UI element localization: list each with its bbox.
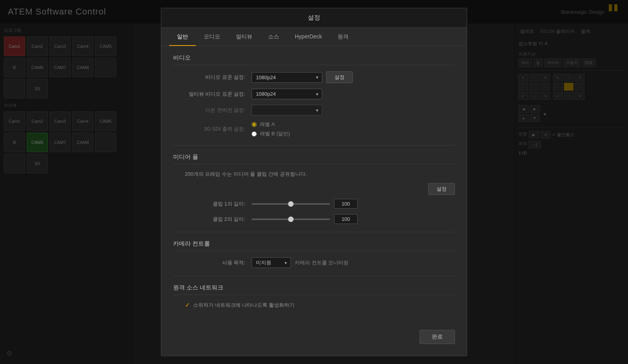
media-pool-section-title: 미디어 풀 (173, 153, 455, 164)
sep-camera-remote (173, 276, 455, 276)
sep-media-camera (173, 232, 455, 232)
remote-checkbox-row: ✓ 스위처가 네트워크에 나타나도록 활성화하기 (185, 301, 455, 309)
tab-general[interactable]: 일반 (169, 28, 196, 46)
camera-purpose-label: 사용 목적: (173, 259, 252, 266)
clip2-label: 클립 2의 길이: (173, 216, 252, 223)
sdi-output-controls: 레벨 A 레벨 B (일반) (252, 121, 290, 137)
remote-checkbox-text: 스위처가 네트워크에 나타나도록 활성화하기 (193, 302, 294, 309)
sdi-level-a-label[interactable]: 레벨 A (252, 121, 290, 128)
clip1-slider[interactable] (252, 203, 330, 205)
tab-remote[interactable]: 원격 (330, 28, 356, 46)
modal-footer: 완료 (161, 322, 467, 356)
video-standard-row: 비디오 표준 설정: 1080p24 1080p25 1080p30 ▼ 설정 (173, 71, 455, 83)
down-convert-select-wrap: ▼ (252, 105, 322, 115)
complete-button[interactable]: 완료 (420, 330, 455, 344)
clip1-value: 100 (334, 199, 358, 209)
tab-audio[interactable]: 오디오 (196, 28, 228, 46)
sdi-radio-group: 레벨 A 레벨 B (일반) (252, 121, 290, 137)
sdi-level-b-radio[interactable] (252, 131, 257, 136)
sdi-level-a-radio[interactable] (252, 122, 257, 127)
sep-video-media (173, 145, 455, 146)
down-convert-select[interactable] (252, 105, 322, 115)
settings-modal: 설정 일반 오디오 멀티뷰 소스 HyperDeck 원격 비디오 (161, 8, 467, 356)
camera-control-title: 카메라 컨트롤 (173, 240, 455, 251)
multiview-standard-row: 멀티뷰 비디오 표준 설정: 1080p24 1080p25 ▼ (173, 89, 455, 99)
checkbox-check-icon: ✓ (185, 301, 190, 309)
sdi-output-label: 3G SDI 출력 설정: (173, 126, 252, 133)
multiview-standard-label: 멀티뷰 비디오 표준 설정: (173, 91, 252, 98)
multiview-standard-controls: 1080p24 1080p25 ▼ (252, 89, 322, 99)
media-pool-info: 200개의 프레임 수는 미디어 풀 클립 간에 공유됩니다. (185, 171, 455, 178)
tab-multiview[interactable]: 멀티뷰 (228, 28, 260, 46)
remote-source-title: 원격 소스 네트워크 (173, 284, 455, 295)
tab-hyperdeck[interactable]: HyperDeck (287, 28, 330, 46)
clip2-row: 클립 2의 길이: 100 (173, 214, 455, 224)
multiview-standard-select-wrap: 1080p24 1080p25 ▼ (252, 89, 322, 99)
clip2-slider[interactable] (252, 218, 330, 220)
sdi-level-b-label[interactable]: 레벨 B (일반) (252, 130, 290, 137)
modal-overlay: 설정 일반 오디오 멀티뷰 소스 HyperDeck 원격 비디오 (0, 0, 628, 364)
multiview-standard-select[interactable]: 1080p24 1080p25 (252, 89, 322, 99)
camera-monitoring-text: 카메라 컨트롤 모니터링 (295, 259, 349, 266)
modal-title: 설정 (161, 8, 467, 28)
camera-purpose-controls: 미지원 지원 ▼ 카메라 컨트롤 모니터링 (252, 257, 349, 268)
clip1-label: 클립 1의 길이: (173, 200, 252, 207)
video-settings-btn[interactable]: 설정 (326, 71, 353, 83)
clip2-value: 100 (334, 214, 358, 224)
sdi-output-row: 3G SDI 출력 설정: 레벨 A 레벨 B (일반) (173, 121, 455, 137)
clip1-row: 클립 1의 길이: 100 (173, 199, 455, 209)
media-pool-settings-btn[interactable]: 설정 (428, 183, 455, 195)
modal-tabs: 일반 오디오 멀티뷰 소스 HyperDeck 원격 (161, 28, 467, 46)
video-standard-select-wrap: 1080p24 1080p25 1080p30 ▼ (252, 72, 322, 83)
down-convert-row: 다운 컨버전 설정: ▼ (173, 105, 455, 115)
video-standard-label: 비디오 표준 설정: (173, 74, 252, 81)
camera-purpose-select-wrap: 미지원 지원 ▼ (252, 257, 291, 268)
video-standard-controls: 1080p24 1080p25 1080p30 ▼ 설정 (252, 71, 353, 83)
camera-purpose-row: 사용 목적: 미지원 지원 ▼ 카메라 컨트롤 모니터링 (173, 257, 455, 268)
video-standard-select[interactable]: 1080p24 1080p25 1080p30 (252, 72, 322, 83)
video-section-title: 비디오 (173, 54, 455, 65)
tab-source[interactable]: 소스 (260, 28, 287, 46)
modal-body: 비디오 비디오 표준 설정: 1080p24 1080p25 1080p30 ▼… (161, 46, 467, 322)
camera-purpose-select[interactable]: 미지원 지원 (252, 257, 291, 268)
down-convert-controls: ▼ (252, 105, 322, 115)
down-convert-label: 다운 컨버전 설정: (173, 107, 252, 114)
